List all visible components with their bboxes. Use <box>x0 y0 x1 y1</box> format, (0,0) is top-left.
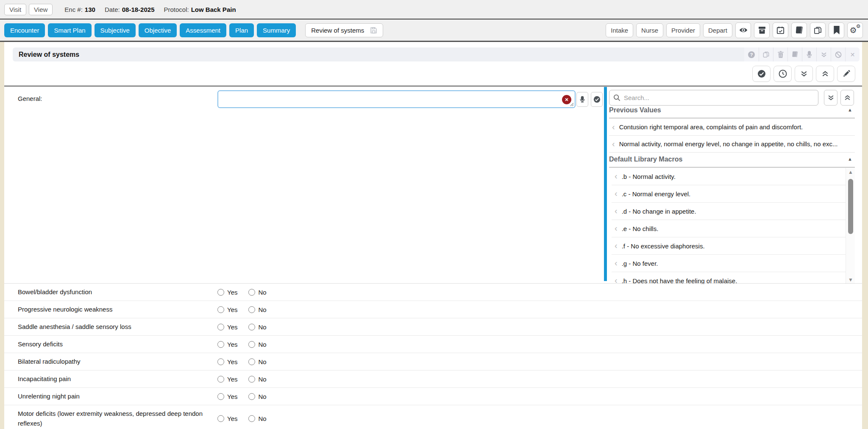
role-button[interactable]: Nurse <box>636 23 663 37</box>
yes-no-radio-group: Yes No <box>217 358 267 365</box>
settings-gears-icon[interactable]: ⚙⚙ <box>847 22 863 38</box>
insert-macro-icon: ‹ <box>615 259 618 267</box>
review-of-systems-panel: Review of systems ? <box>4 42 862 429</box>
insert-macro-icon: ‹ <box>615 241 618 250</box>
macros-scrollbar[interactable]: ▲ ▼ <box>846 168 855 284</box>
yes-label: Yes <box>227 393 237 400</box>
role-button[interactable]: Depart <box>703 23 732 37</box>
no-label: No <box>258 393 266 400</box>
role-button[interactable]: Intake <box>606 23 633 37</box>
question-row: Unrelenting night pain Yes No <box>4 388 862 405</box>
yes-radio[interactable] <box>217 306 224 313</box>
collapse-macros-icon[interactable]: ▲ <box>848 156 852 162</box>
yes-label: Yes <box>227 323 237 331</box>
role-button[interactable]: Provider <box>666 23 700 37</box>
yes-radio[interactable] <box>217 289 224 295</box>
scroll-down-icon[interactable]: ▼ <box>846 277 855 283</box>
nav-tab[interactable]: Smart Plan <box>48 23 91 37</box>
visit-button[interactable]: Visit <box>4 4 26 15</box>
search-icon <box>613 94 620 101</box>
no-radio[interactable] <box>248 323 255 330</box>
active-tab-review-of-systems[interactable]: Review of systems <box>305 23 383 37</box>
previous-value-item[interactable]: ‹ Normal activity, normal energy level, … <box>609 136 855 153</box>
copy-icon[interactable] <box>810 22 826 38</box>
yes-label: Yes <box>227 306 237 313</box>
view-button[interactable]: View <box>29 4 53 15</box>
nav-tab[interactable]: Plan <box>229 23 254 37</box>
macro-item[interactable]: ‹ .d - No change in appetite. <box>612 203 847 220</box>
no-radio[interactable] <box>248 289 255 295</box>
calendar-check-icon[interactable] <box>773 22 788 38</box>
no-radio[interactable] <box>248 306 255 313</box>
previous-value-item[interactable]: ‹ Contusion right temporal area, complai… <box>609 119 855 136</box>
red-flag-questions: Bowel/bladder dysfunction Yes No Progres… <box>4 283 862 429</box>
macro-item[interactable]: ‹ .h - Does not have the feeling of mala… <box>612 272 847 284</box>
yes-radio[interactable] <box>217 323 224 330</box>
macro-item[interactable]: ‹ .b - Normal activity. <box>612 168 847 185</box>
question-label: Bilateral radiculopathy <box>4 353 203 370</box>
yes-radio[interactable] <box>217 376 224 382</box>
eye-icon[interactable] <box>735 22 751 38</box>
question-label: Progressive neurologic weakness <box>4 301 203 318</box>
yes-no-radio-group: Yes No <box>217 323 267 331</box>
question-row: Bowel/bladder dysfunction Yes No <box>4 284 862 301</box>
general-textarea[interactable]: ✕ <box>217 90 576 108</box>
yes-radio[interactable] <box>217 415 224 422</box>
yes-radio[interactable] <box>217 358 224 365</box>
search-input[interactable] <box>624 94 814 101</box>
macro-item[interactable]: ‹ .g - No fever. <box>612 255 847 272</box>
question-row: Bilateral radiculopathy Yes No <box>4 353 862 370</box>
no-radio[interactable] <box>248 358 255 365</box>
yes-no-radio-group: Yes No <box>217 393 267 400</box>
resize-handle[interactable] <box>570 102 574 106</box>
no-radio[interactable] <box>248 415 255 422</box>
no-radio[interactable] <box>248 393 255 400</box>
book-icon[interactable] <box>791 22 807 38</box>
yes-no-radio-group: Yes No <box>217 306 267 313</box>
question-row: Motor deficits (lower extremity weakness… <box>4 405 862 429</box>
insert-value-icon: ‹ <box>612 139 615 148</box>
collapse-previous-values-icon[interactable]: ▲ <box>848 107 852 112</box>
yes-radio[interactable] <box>217 393 224 400</box>
collapse-all-sections-icon[interactable] <box>840 90 854 106</box>
yes-label: Yes <box>227 415 237 422</box>
yes-label: Yes <box>227 376 237 383</box>
scroll-up-icon[interactable]: ▲ <box>846 169 855 175</box>
nav-tab[interactable]: Assessment <box>180 23 226 37</box>
previous-values-header: Previous Values ▲ <box>609 106 855 118</box>
save-icon <box>370 27 377 34</box>
nav-tabs: EncounterSmart PlanSubjectiveObjectiveAs… <box>4 23 296 37</box>
bookmark-icon[interactable] <box>829 22 844 38</box>
nav-tab[interactable]: Summary <box>257 23 296 37</box>
expand-all-sections-icon[interactable] <box>824 90 837 106</box>
question-row: Progressive neurologic weakness Yes No <box>4 301 862 318</box>
macro-item[interactable]: ‹ .f - No excessive diaphoresis. <box>612 237 847 255</box>
macro-item[interactable]: ‹ .e - No chills. <box>612 220 847 237</box>
question-row: Saddle anesthesia / saddle sensory loss … <box>4 318 862 336</box>
role-buttons: IntakeNurseProviderDepart <box>606 23 732 37</box>
archive-icon[interactable] <box>754 22 770 38</box>
insert-macro-icon: ‹ <box>615 189 618 198</box>
encounter-number: Enc #:130 <box>64 6 95 13</box>
question-label: Bowel/bladder dysfunction <box>4 284 203 300</box>
no-label: No <box>258 358 266 365</box>
yes-no-radio-group: Yes No <box>217 289 267 296</box>
confirm-field-button[interactable] <box>591 92 603 107</box>
yes-label: Yes <box>227 289 237 296</box>
no-radio[interactable] <box>248 341 255 348</box>
scrollbar-thumb[interactable] <box>848 179 853 234</box>
yes-radio[interactable] <box>217 341 224 348</box>
no-radio[interactable] <box>248 376 255 382</box>
general-field-label: General: <box>18 95 42 102</box>
nav-tab[interactable]: Encounter <box>4 23 45 37</box>
macro-item[interactable]: ‹ .c - Normal energy level. <box>612 185 847 203</box>
nav-tab[interactable]: Subjective <box>95 23 136 37</box>
search-box <box>609 90 818 106</box>
no-label: No <box>258 415 266 422</box>
dictate-microphone-button[interactable] <box>576 92 588 107</box>
nav-tab[interactable]: Objective <box>139 23 177 37</box>
yes-no-radio-group: Yes No <box>217 376 267 383</box>
no-label: No <box>258 341 266 348</box>
previous-values-list: ‹ Contusion right temporal area, complai… <box>609 119 855 153</box>
no-label: No <box>258 289 266 296</box>
